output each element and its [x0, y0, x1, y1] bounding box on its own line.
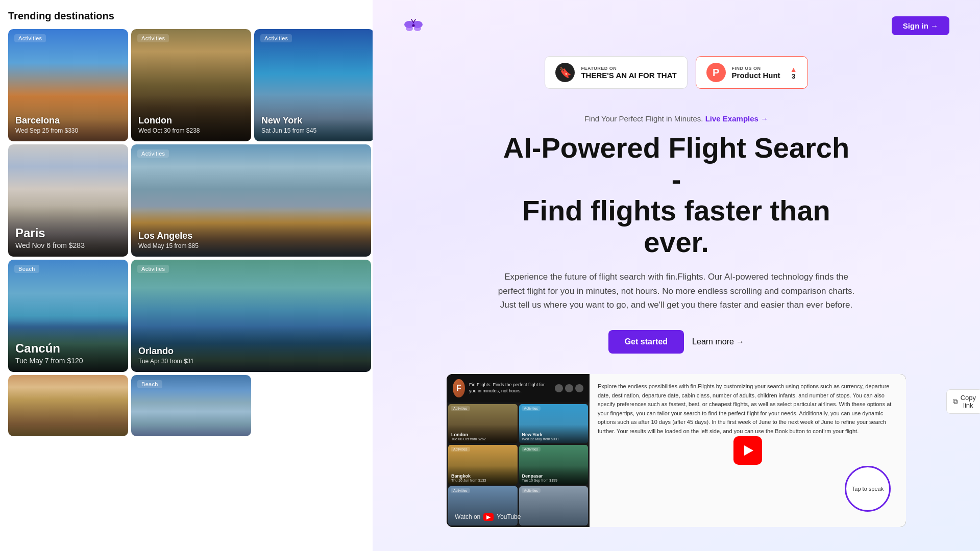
youtube-label: YouTube	[497, 513, 521, 520]
learn-more-link[interactable]: Learn more →	[692, 337, 744, 346]
mini-card-newyork[interactable]: Activities New York Wed 22 May from $331	[519, 404, 589, 443]
dest-card-row4right[interactable]: Beach	[131, 375, 251, 436]
mini-tag-extra1: Activities	[451, 488, 470, 493]
aithat-prefix: FEATURED ON	[581, 66, 676, 71]
dest-card-barcelona[interactable]: Activities Barcelona Wed Sep 25 from $33…	[8, 29, 128, 141]
date-newyork: Sat Jun 15 from $45	[261, 127, 367, 134]
dest-card-newyork[interactable]: Activities New York Sat Jun 15 from $45	[254, 29, 374, 141]
tag-cancun: Beach	[14, 265, 39, 273]
date-cancun: Tue May 7 from $120	[15, 357, 121, 365]
video-wrapper: F Fin.Flights: Finds the perfect flight …	[447, 374, 906, 527]
ctrl-dot-1	[555, 384, 563, 392]
dest-card-cancun[interactable]: Beach Cancún Tue May 7 from $120	[8, 260, 128, 372]
dest-card-losangeles[interactable]: Activities Los Angeles Wed May 15 from $…	[131, 144, 371, 257]
dest-card-row4left[interactable]	[8, 375, 128, 436]
video-channel-title: Fin.Flights: Finds the perfect flight fo…	[469, 382, 551, 394]
play-triangle-icon	[744, 445, 753, 456]
watch-label: Watch on	[455, 513, 480, 520]
ph-name: Product Hunt	[732, 71, 784, 80]
watch-on-youtube[interactable]: Watch on ▶ YouTube	[455, 513, 521, 521]
mini-date-bangkok: Thu 16 Jun from $133	[451, 479, 514, 482]
video-description-text: Explore the endless possibilities with f…	[598, 382, 898, 436]
ctrl-dot-3	[575, 384, 583, 392]
mini-city-bangkok: Bangkok	[451, 473, 514, 479]
tag-barcelona: Activities	[14, 34, 46, 42]
city-paris: Paris	[15, 226, 121, 240]
logo-icon	[403, 15, 424, 36]
ph-prefix: FIND US ON	[732, 66, 784, 71]
copy-link-label: Copy link	[961, 394, 976, 409]
tag-newyork: Activities	[260, 34, 292, 42]
mid-row: Paris Wed Nov 6 from $283 Activities Los…	[8, 144, 364, 257]
producthunt-icon: P	[706, 63, 726, 82]
city-barcelona: Barcelona	[15, 115, 121, 126]
ph-count: 3	[792, 73, 795, 80]
mini-card-london[interactable]: Activities London Tue 08 Oct from $262	[448, 404, 518, 443]
city-losangeles: Los Angeles	[138, 231, 364, 241]
mini-card-denpasar[interactable]: Activities Denpasar Tue 10 Sep from $199	[519, 445, 589, 484]
mini-date-london: Tue 08 Oct from $262	[451, 437, 514, 441]
tag-london: Activities	[137, 34, 169, 42]
right-panel: Sign in → 🔖 FEATURED ON THERE'S AN AI FO…	[373, 0, 980, 551]
svg-point-3	[414, 26, 421, 31]
tag-losangeles: Activities	[137, 149, 169, 158]
mini-tag-extra2: Activities	[522, 488, 541, 493]
badges-row: 🔖 FEATURED ON THERE'S AN AI FOR THAT P F…	[545, 56, 807, 89]
badge-aithat-text: FEATURED ON THERE'S AN AI FOR THAT	[581, 66, 676, 80]
aithat-icon: 🔖	[555, 63, 575, 82]
hero-title-line1: AI-Powered Flight Search -	[503, 132, 849, 195]
logo	[403, 15, 424, 36]
mini-grid: Activities London Tue 08 Oct from $262 A…	[447, 403, 590, 527]
navbar: Sign in →	[403, 15, 949, 36]
hero-title-line2: Find flights faster than ever.	[522, 194, 830, 258]
mini-tag-london: Activities	[451, 406, 470, 411]
dest-card-paris[interactable]: Paris Wed Nov 6 from $283	[8, 144, 128, 257]
video-controls	[555, 384, 583, 392]
get-started-button[interactable]: Get started	[608, 330, 684, 354]
mini-city-newyork: New York	[522, 432, 585, 437]
left-panel: Trending destinations Activities Barcelo…	[0, 0, 373, 551]
date-london: Wed Oct 30 from $238	[138, 127, 244, 134]
badge-aithat[interactable]: 🔖 FEATURED ON THERE'S AN AI FOR THAT	[545, 56, 687, 89]
hero-description: Experience the future of flight search w…	[498, 270, 855, 312]
speak-circle[interactable]: Tap to speak	[845, 466, 891, 512]
video-left-panel: F Fin.Flights: Finds the perfect flight …	[447, 374, 590, 527]
hero-section: Find Your Perfect Flight in Minutes. Liv…	[498, 114, 855, 354]
aithat-name: THERE'S AN AI FOR THAT	[581, 71, 676, 80]
badge-producthunt[interactable]: P FIND US ON Product Hunt ▲ 3	[696, 56, 808, 89]
mini-tag-newyork: Activities	[522, 406, 541, 411]
ctrl-dot-2	[565, 384, 573, 392]
video-header: F Fin.Flights: Finds the perfect flight …	[447, 374, 590, 403]
top-row: Activities Barcelona Wed Sep 25 from $33…	[8, 29, 364, 141]
mini-card-bangkok[interactable]: Activities Bangkok Thu 16 Jun from $133	[448, 445, 518, 484]
sign-in-button[interactable]: Sign in →	[892, 16, 949, 35]
date-paris: Wed Nov 6 from $283	[15, 241, 121, 249]
hero-subtitle-text: Find Your Perfect Flight in Minutes.	[584, 114, 703, 123]
hero-live-examples-link[interactable]: Live Examples →	[705, 114, 768, 123]
video-avatar: F	[453, 379, 465, 397]
tag-row4right: Beach	[137, 380, 162, 388]
badge-ph-text: FIND US ON Product Hunt	[732, 66, 784, 80]
copy-link-button[interactable]: ⧉ Copy link	[946, 389, 980, 414]
copy-icon: ⧉	[953, 397, 958, 406]
city-london: London	[138, 115, 244, 126]
video-play-button[interactable]	[733, 436, 762, 465]
ph-upvote: ▲ 3	[790, 66, 797, 80]
trending-title: Trending destinations	[8, 10, 364, 22]
video-inner: F Fin.Flights: Finds the perfect flight …	[447, 374, 906, 527]
svg-point-2	[406, 26, 413, 31]
speak-label: Tap to speak	[852, 486, 884, 492]
mini-date-newyork: Wed 22 May from $331	[522, 437, 585, 441]
date-losangeles: Wed May 15 from $85	[138, 242, 364, 249]
video-section: F Fin.Flights: Finds the perfect flight …	[447, 374, 906, 527]
bottom-row: Beach Cancún Tue May 7 from $120 Activit…	[8, 260, 364, 372]
mini-card-extra2[interactable]: Activities	[519, 486, 589, 525]
last-row: Beach	[8, 375, 364, 436]
youtube-icon: ▶	[483, 513, 494, 521]
mini-date-denpasar: Tue 10 Sep from $199	[522, 479, 585, 482]
hero-buttons: Get started Learn more →	[498, 330, 855, 354]
dest-card-london[interactable]: Activities London Wed Oct 30 from $238	[131, 29, 251, 141]
dest-card-orlando[interactable]: Activities Orlando Tue Apr 30 from $31	[131, 260, 371, 372]
mini-city-london: London	[451, 432, 514, 437]
video-right-panel: Explore the endless possibilities with f…	[590, 374, 906, 527]
